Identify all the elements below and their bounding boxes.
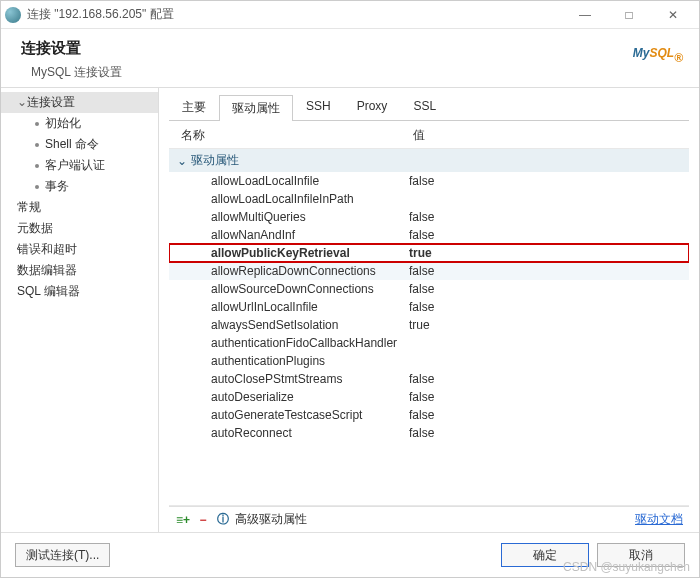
property-name: allowMultiQueries	[169, 210, 409, 224]
settings-sidebar: ⌄连接设置初始化Shell 命令客户端认证事务常规元数据错误和超时数据编辑器SQ…	[1, 88, 159, 532]
property-row[interactable]: allowNanAndInffalse	[169, 226, 689, 244]
property-value[interactable]: false	[409, 210, 685, 224]
property-value[interactable]: false	[409, 228, 685, 242]
add-property-icon[interactable]: ≡+	[175, 513, 191, 527]
property-value[interactable]	[409, 192, 685, 206]
grid-header: 名称 值	[169, 121, 689, 148]
sidebar-item[interactable]: 元数据	[1, 218, 158, 239]
tab-bar: 主要驱动属性SSHProxySSL	[169, 94, 689, 121]
property-group-row[interactable]: ⌄驱动属性	[169, 149, 689, 172]
driver-doc-link[interactable]: 驱动文档	[635, 511, 683, 528]
tab[interactable]: Proxy	[344, 94, 401, 120]
sidebar-item-label: Shell 命令	[45, 137, 99, 151]
content-area: ⌄连接设置初始化Shell 命令客户端认证事务常规元数据错误和超时数据编辑器SQ…	[1, 87, 699, 532]
col-header-name[interactable]: 名称	[173, 127, 413, 144]
info-icon[interactable]: ⓘ	[215, 513, 231, 527]
property-name: allowPublicKeyRetrieval	[169, 246, 409, 260]
sidebar-item-label: 数据编辑器	[17, 263, 77, 277]
property-name: allowSourceDownConnections	[169, 282, 409, 296]
property-grid[interactable]: ⌄驱动属性allowLoadLocalInfilefalseallowLoadL…	[169, 148, 689, 506]
property-row[interactable]: autoClosePStmtStreamsfalse	[169, 370, 689, 388]
property-name: allowNanAndInf	[169, 228, 409, 242]
sidebar-item-label: 常规	[17, 200, 41, 214]
cancel-button[interactable]: 取消	[597, 543, 685, 567]
sidebar-item[interactable]: 错误和超时	[1, 239, 158, 260]
sidebar-item[interactable]: 常规	[1, 197, 158, 218]
close-button[interactable]: ✕	[651, 1, 695, 29]
property-name: authenticationFidoCallbackHandler	[169, 336, 409, 350]
property-row[interactable]: allowLoadLocalInfileInPath	[169, 190, 689, 208]
sidebar-item[interactable]: Shell 命令	[1, 134, 158, 155]
property-name: autoReconnect	[169, 426, 409, 440]
property-row[interactable]: authenticationFidoCallbackHandler	[169, 334, 689, 352]
maximize-button[interactable]: □	[607, 1, 651, 29]
sidebar-item-label: 错误和超时	[17, 242, 77, 256]
sidebar-item-label: 初始化	[45, 116, 81, 130]
tree-bullet-icon	[35, 185, 39, 189]
minimize-button[interactable]: —	[563, 1, 607, 29]
sidebar-item[interactable]: SQL 编辑器	[1, 281, 158, 302]
window-title: 连接 "192.168.56.205" 配置	[27, 6, 563, 23]
titlebar: 连接 "192.168.56.205" 配置 — □ ✕	[1, 1, 699, 29]
tree-bullet-icon	[35, 122, 39, 126]
sidebar-item-label: 事务	[45, 179, 69, 193]
property-row[interactable]: allowSourceDownConnectionsfalse	[169, 280, 689, 298]
property-value[interactable]: true	[409, 318, 685, 332]
advanced-properties-label: 高级驱动属性	[235, 511, 635, 528]
sidebar-item[interactable]: 客户端认证	[1, 155, 158, 176]
property-row[interactable]: allowReplicaDownConnectionsfalse	[169, 262, 689, 280]
tab[interactable]: 主要	[169, 94, 219, 120]
property-value[interactable]: false	[409, 174, 685, 188]
tab[interactable]: 驱动属性	[219, 95, 293, 121]
property-row[interactable]: autoGenerateTestcaseScriptfalse	[169, 406, 689, 424]
sidebar-item[interactable]: 事务	[1, 176, 158, 197]
property-name: autoGenerateTestcaseScript	[169, 408, 409, 422]
sidebar-item[interactable]: 数据编辑器	[1, 260, 158, 281]
remove-property-icon[interactable]: −	[195, 513, 211, 527]
tab[interactable]: SSL	[400, 94, 449, 120]
mysql-logo: MySQL®	[633, 39, 683, 65]
sidebar-item-label: 客户端认证	[45, 158, 105, 172]
page-subtitle: MySQL 连接设置	[21, 64, 633, 81]
property-row[interactable]: allowPublicKeyRetrievaltrue	[169, 244, 689, 262]
property-row[interactable]: authenticationPlugins	[169, 352, 689, 370]
col-header-value[interactable]: 值	[413, 127, 685, 144]
property-row[interactable]: alwaysSendSetIsolationtrue	[169, 316, 689, 334]
test-connection-button[interactable]: 测试连接(T)...	[15, 543, 110, 567]
property-value[interactable]: false	[409, 282, 685, 296]
property-value[interactable]: false	[409, 408, 685, 422]
property-row[interactable]: allowLoadLocalInfilefalse	[169, 172, 689, 190]
property-name: autoDeserialize	[169, 390, 409, 404]
property-name: allowUrlInLocalInfile	[169, 300, 409, 314]
dialog-header: 连接设置 MySQL 连接设置 MySQL®	[1, 29, 699, 87]
tree-bullet-icon	[35, 164, 39, 168]
caret-down-icon: ⌄	[17, 95, 25, 109]
property-value[interactable]: false	[409, 372, 685, 386]
property-row[interactable]: allowMultiQueriesfalse	[169, 208, 689, 226]
caret-down-icon: ⌄	[177, 154, 187, 168]
property-row[interactable]: autoReconnectfalse	[169, 424, 689, 442]
property-name: allowReplicaDownConnections	[169, 264, 409, 278]
property-value[interactable]	[409, 354, 685, 368]
dialog-window: 连接 "192.168.56.205" 配置 — □ ✕ 连接设置 MySQL …	[0, 0, 700, 578]
property-row[interactable]: autoDeserializefalse	[169, 388, 689, 406]
tree-bullet-icon	[35, 143, 39, 147]
sidebar-item-label: SQL 编辑器	[17, 284, 80, 298]
sidebar-item[interactable]: 初始化	[1, 113, 158, 134]
dialog-footer: 测试连接(T)... 确定 取消	[1, 532, 699, 577]
ok-button[interactable]: 确定	[501, 543, 589, 567]
property-value[interactable]: false	[409, 390, 685, 404]
sidebar-item-label: 元数据	[17, 221, 53, 235]
group-label: 驱动属性	[191, 152, 239, 169]
sidebar-item[interactable]: ⌄连接设置	[1, 92, 158, 113]
property-value[interactable]: false	[409, 264, 685, 278]
property-name: alwaysSendSetIsolation	[169, 318, 409, 332]
page-title: 连接设置	[21, 39, 633, 58]
property-value[interactable]: true	[409, 246, 685, 260]
tab[interactable]: SSH	[293, 94, 344, 120]
property-value[interactable]: false	[409, 300, 685, 314]
app-icon	[5, 7, 21, 23]
property-row[interactable]: allowUrlInLocalInfilefalse	[169, 298, 689, 316]
property-value[interactable]	[409, 336, 685, 350]
property-value[interactable]: false	[409, 426, 685, 440]
